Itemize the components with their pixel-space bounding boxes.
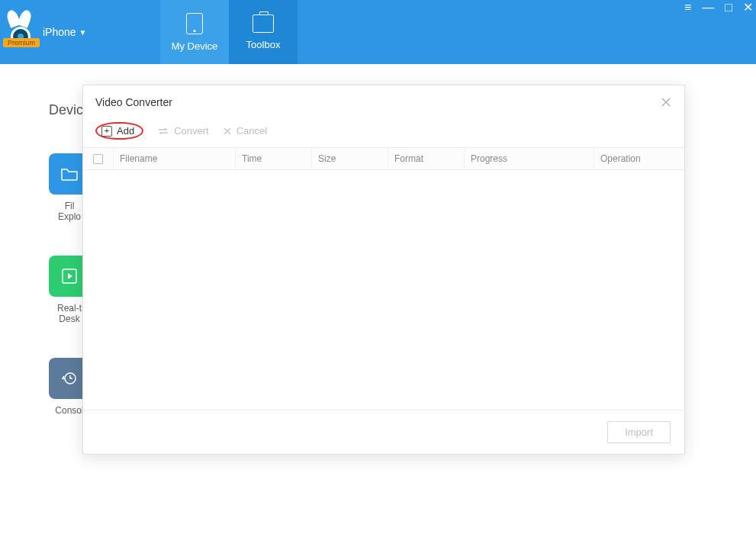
select-all-checkbox[interactable]	[93, 154, 103, 164]
window-controls: ≡ — □ ✕	[684, 2, 753, 14]
video-converter-modal: Video Converter + Add Convert Cancel Fil…	[82, 85, 685, 455]
import-button[interactable]: Import	[607, 421, 671, 443]
modal-header: Video Converter	[83, 85, 684, 117]
cancel-button[interactable]: Cancel	[223, 125, 267, 137]
tab-my-device[interactable]: My Device	[160, 0, 229, 64]
modal-title: Video Converter	[95, 96, 172, 108]
top-bar: Premium iPhone ▼ My Device Toolbox ≡ — □…	[0, 0, 756, 64]
col-time[interactable]: Time	[236, 148, 312, 169]
tab-toolbox[interactable]: Toolbox	[229, 0, 298, 64]
device-selector-label: iPhone	[43, 26, 76, 38]
modal-footer: Import	[83, 410, 684, 454]
col-filename[interactable]: Filename	[114, 148, 236, 169]
convert-icon	[157, 127, 169, 136]
cancel-icon	[223, 127, 232, 136]
tile-label: Desk	[57, 314, 82, 324]
menu-icon[interactable]: ≡	[684, 2, 691, 14]
plus-icon: +	[101, 126, 112, 137]
device-selector[interactable]: iPhone ▼	[43, 26, 87, 38]
tab-my-device-label: My Device	[172, 40, 218, 52]
col-size[interactable]: Size	[312, 148, 388, 169]
cancel-button-label: Cancel	[236, 125, 267, 137]
tile-label: Consol	[55, 405, 83, 416]
col-operation[interactable]: Operation	[594, 148, 684, 169]
tab-toolbox-label: Toolbox	[246, 39, 281, 50]
chevron-down-icon: ▼	[79, 28, 87, 37]
logo-area: Premium iPhone ▼	[0, 0, 160, 64]
tile-label: Explo	[58, 211, 81, 222]
maximize-icon[interactable]: □	[725, 2, 732, 14]
close-icon[interactable]	[660, 96, 672, 108]
convert-button-label: Convert	[174, 125, 209, 137]
tile-label: Real-t	[57, 303, 82, 314]
select-all-cell	[83, 148, 114, 169]
col-format[interactable]: Format	[388, 148, 465, 169]
nav-tabs: My Device Toolbox	[160, 0, 298, 64]
tablet-icon	[186, 13, 203, 34]
col-progress[interactable]: Progress	[465, 148, 594, 169]
add-button-label: Add	[117, 125, 134, 137]
modal-toolbar: + Add Convert Cancel	[83, 117, 684, 147]
tile-label: Fil	[58, 201, 81, 211]
convert-button[interactable]: Convert	[157, 125, 209, 137]
table-header: Filename Time Size Format Progress Opera…	[83, 147, 684, 170]
close-window-icon[interactable]: ✕	[743, 2, 753, 14]
minimize-icon[interactable]: —	[702, 2, 714, 14]
toolbox-icon	[253, 14, 274, 33]
add-button[interactable]: + Add	[95, 122, 143, 140]
premium-badge: Premium	[3, 38, 40, 47]
table-body-empty	[83, 170, 684, 410]
